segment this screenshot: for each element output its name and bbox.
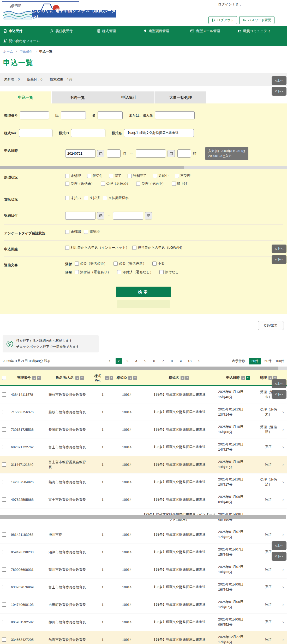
horizontal-scrollbar[interactable] (0, 367, 287, 370)
apply-hour-to-input[interactable] (177, 149, 191, 158)
checkbox-option[interactable]: 支払期限切れ (103, 196, 129, 200)
checkbox-option[interactable]: 取下げ (172, 181, 187, 186)
scroll-to-top-button[interactable]: ∧上へ (272, 541, 286, 550)
youshiki-name-input[interactable] (124, 129, 194, 137)
row-checkbox[interactable] (2, 550, 6, 554)
sort-asc-button[interactable]: ▲ (75, 376, 79, 380)
checkbox[interactable] (65, 230, 69, 234)
row-checkbox[interactable] (2, 637, 6, 642)
checkbox-option[interactable]: 添付済（署名あり） (75, 270, 111, 275)
sort-asc-button[interactable]: ▲ (105, 376, 109, 380)
row-checkbox[interactable] (2, 410, 6, 414)
scroll-to-top-button[interactable]: ∧上へ (272, 379, 286, 388)
row-checkbox[interactable] (2, 392, 6, 397)
scroll-to-bottom-button[interactable]: ∨下へ (272, 552, 286, 561)
checkbox[interactable] (152, 262, 157, 266)
sort-asc-button[interactable]: ▲ (32, 376, 36, 380)
sort-asc-button[interactable]: ▲ (128, 376, 132, 380)
row-checkbox[interactable] (2, 602, 6, 607)
breadcrumb-home-link[interactable]: ホーム (3, 50, 13, 53)
checkbox[interactable] (132, 246, 136, 250)
nav-item-teikei-koumoku-kanri[interactable]: 定型項目管理 (144, 29, 190, 33)
sort-asc-button[interactable]: ▲ (241, 376, 245, 380)
row-checkbox[interactable] (2, 567, 6, 572)
sort-desc-button[interactable]: ▼ (37, 376, 41, 380)
tab-moushikomi-ichiran[interactable]: 申込一覧 (0, 91, 51, 103)
calendar-button[interactable] (168, 150, 175, 157)
page-button-4[interactable]: 4 (133, 358, 140, 364)
youshiki-ver-input[interactable] (19, 129, 52, 137)
horizontal-scrollbar[interactable] (0, 515, 286, 519)
checkbox[interactable] (84, 196, 88, 200)
sort-desc-button[interactable]: ▼ (80, 376, 84, 380)
page-button-1[interactable]: 1 (107, 358, 113, 364)
checkbox-option[interactable]: 完了 (109, 173, 121, 178)
tab-tairyou-ikkatsu-shori[interactable]: 大量一括処理 (155, 91, 206, 103)
checkbox[interactable] (172, 182, 176, 186)
checkbox-option[interactable]: 添付なし (159, 270, 179, 275)
table-row[interactable]: 伊東市教育委員会教育長 【93条】埋蔵文化財発掘届出書進達（インターネット回線用… (0, 508, 287, 526)
sort-desc-button[interactable]: ▼ (110, 376, 113, 380)
checkbox[interactable] (109, 174, 113, 178)
checkbox-option[interactable]: 不要 (152, 261, 165, 266)
checkbox[interactable] (113, 262, 118, 266)
checkbox[interactable] (117, 270, 121, 274)
page-button-2[interactable]: 2 (116, 358, 122, 364)
apply-hour-from-input[interactable] (107, 149, 121, 158)
checkbox-option[interactable]: 受理（返信済） (101, 181, 130, 186)
calendar-button[interactable] (97, 150, 104, 157)
sort-asc-button[interactable]: ▲ (181, 376, 184, 380)
csv-export-button[interactable]: CSV出力 (258, 321, 284, 330)
search-button[interactable]: 検索 (116, 287, 171, 297)
nav-item-toiawase-form[interactable]: 問い合わせフォーム (3, 39, 40, 43)
table-row[interactable]: 334663427205 熱海市教育委員会教育長 1 10914 【93条】埋蔵… (0, 631, 287, 644)
checkbox[interactable] (65, 182, 69, 186)
checkbox-option[interactable]: 未確認 (65, 229, 81, 234)
page-button-3[interactable]: 3 (124, 358, 131, 364)
sort-desc-button[interactable]: ▼ (133, 376, 137, 380)
mei-input[interactable] (98, 111, 123, 119)
table-row[interactable]: 715668756376 藤枝市教育委員会教育長 1 10914 【93条】埋蔵… (0, 403, 287, 421)
checkbox-option[interactable]: 強制完了 (128, 173, 147, 178)
table-row[interactable]: 438414111578 藤枝市教育委員会教育長 1 10914 【93条】埋蔵… (0, 386, 287, 403)
checkbox-option[interactable]: 受理（予約中） (136, 181, 165, 186)
apply-date-to-input[interactable] (136, 149, 166, 158)
checkbox-option[interactable]: 未処理 (65, 173, 81, 178)
checkbox[interactable] (175, 174, 179, 178)
shunou-date-to-input[interactable] (113, 212, 143, 220)
nav-item-ininjou-uketsuke[interactable]: 委任状受付 (50, 29, 97, 33)
checkbox-option[interactable]: 不受理 (175, 173, 190, 178)
row-checkbox[interactable] (2, 585, 6, 589)
breadcrumb-uketsuke-link[interactable]: 申込受付 (20, 50, 33, 53)
checkbox-option[interactable]: 担当者からの申込（LGWAN） (132, 245, 184, 250)
scroll-to-bottom-button[interactable]: ∨下へ (272, 390, 286, 399)
apply-date-from-input[interactable] (65, 149, 95, 158)
checkbox[interactable] (87, 174, 91, 178)
checkbox[interactable] (65, 174, 69, 178)
houjin-input[interactable] (155, 111, 195, 119)
row-checkbox[interactable] (2, 620, 6, 624)
nav-item-teikei-mail-kanri[interactable]: 定型メール管理 (190, 29, 237, 33)
table-row[interactable]: 497622595868 富士市教育委員会教育長 1 10914 【93条】埋蔵… (0, 491, 287, 508)
table-row[interactable]: 805951592582 磐田市教育委員会教育長 1 10914 【93条】埋蔵… (0, 613, 287, 631)
table-row[interactable]: 142857504926 熱海市教育委員会教育長 1 10914 【93条】埋蔵… (0, 473, 287, 491)
seiri-bangou-input[interactable] (20, 111, 49, 119)
calendar-button[interactable] (97, 212, 104, 219)
calendar-button[interactable] (145, 212, 152, 219)
checkbox-option[interactable]: 支払済 (84, 196, 100, 200)
row-checkbox[interactable] (2, 427, 6, 432)
scroll-to-top-button[interactable]: ∧上へ (272, 245, 286, 253)
page-button-10[interactable]: 10 (187, 358, 193, 364)
checkbox[interactable] (136, 182, 140, 186)
checkbox-option[interactable]: 仮受付 (87, 173, 103, 178)
nav-item-moushikomi-uketsuke[interactable]: 申込受付 (3, 29, 50, 33)
table-row[interactable]: 104740690103 吉田町教育委員会教育長 1 10914 【93条】埋蔵… (0, 596, 287, 613)
sort-desc-button[interactable]: ▼ (185, 376, 189, 380)
table-row[interactable]: 311447121840 富士宮市教育委員会教育長 1 10914 【93条】埋… (0, 456, 287, 473)
row-checkbox[interactable] (2, 445, 6, 449)
row-checkbox[interactable] (2, 462, 6, 467)
nav-item-shokuin-community[interactable]: 職員コミュニティ (237, 29, 284, 33)
checkbox-option[interactable]: 必要（署名任意） (113, 261, 146, 266)
row-checkbox[interactable] (2, 532, 6, 537)
checkbox[interactable] (159, 270, 164, 274)
